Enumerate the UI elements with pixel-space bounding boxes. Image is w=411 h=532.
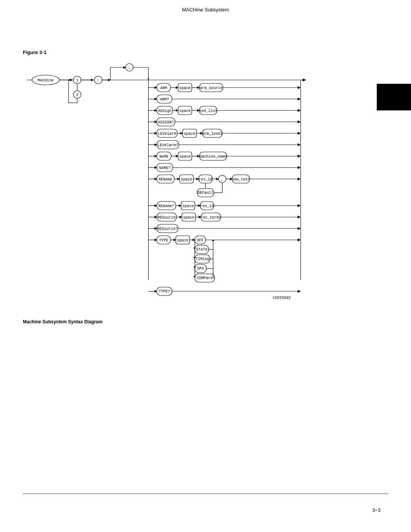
figure-label: Figure 3-1 [23, 50, 46, 55]
svg-marker-58 [298, 120, 301, 123]
page-title: MACHine Subsystem [0, 0, 411, 16]
svg-text:STATe: STATe [196, 248, 207, 252]
svg-text:machine_name: machine_name [199, 155, 227, 159]
svg-text:space: space [177, 238, 188, 243]
svg-text:space: space [179, 109, 191, 113]
svg-marker-1 [303, 78, 306, 81]
svg-text:LEVelarm: LEVelarm [158, 132, 176, 136]
svg-marker-139 [298, 227, 301, 230]
svg-marker-181 [298, 290, 301, 293]
svg-text:TIMing: TIMing [196, 257, 209, 261]
footer-line [23, 494, 388, 494]
black-tab [377, 84, 411, 110]
svg-text:ARM: ARM [160, 86, 167, 90]
syntax-diagram: .node-rect { fill: #fff; stroke: #000; s… [23, 59, 312, 314]
svg-marker-42 [298, 97, 301, 101]
svg-text::: : [97, 78, 99, 83]
svg-text:res_id: res_id [199, 177, 212, 182]
svg-text:NAME: NAME [159, 155, 169, 159]
svg-text:ASSIGN?: ASSIGN? [158, 120, 174, 125]
svg-marker-151 [298, 238, 301, 241]
svg-text:arm_level: arm_level [202, 132, 223, 136]
svg-text:new_text: new_text [232, 177, 250, 182]
svg-text:DEFault: DEFault [198, 191, 213, 195]
page-number: 3–3 [372, 507, 381, 513]
svg-text:MACHine: MACHine [38, 78, 54, 83]
svg-text:ARM?: ARM? [160, 97, 169, 102]
svg-marker-53 [298, 109, 301, 112]
svg-text:LEVelarm?: LEVelarm? [158, 143, 178, 147]
svg-text:RENAme: RENAme [159, 177, 172, 182]
svg-marker-134 [298, 216, 301, 219]
svg-text:space: space [182, 204, 194, 208]
svg-text:OFF: OFF [197, 238, 204, 243]
svg-text:arm_source: arm_source [200, 86, 223, 90]
svg-marker-24 [148, 78, 149, 80]
svg-text:res_id: res_id [200, 204, 214, 208]
svg-marker-90 [298, 166, 301, 169]
svg-text:NAME?: NAME? [159, 166, 170, 170]
svg-text:space: space [181, 177, 192, 182]
svg-marker-123 [298, 204, 301, 207]
svg-marker-107 [298, 177, 301, 181]
svg-text:RESource?: RESource? [157, 227, 178, 231]
svg-marker-74 [298, 143, 301, 146]
svg-text:;: ; [128, 66, 131, 70]
svg-text:ASSign: ASSign [158, 109, 172, 113]
diagram-caption: Machine Subsystem Syntax Diagram [23, 319, 102, 324]
svg-marker-85 [298, 155, 301, 158]
svg-text:space: space [179, 155, 191, 159]
svg-text:res_terms: res_terms [201, 216, 221, 220]
svg-text:RENAme?: RENAme? [158, 204, 174, 208]
svg-text:TYPE: TYPE [159, 238, 168, 243]
svg-marker-69 [298, 132, 301, 135]
svg-text:t6555S02: t6555S02 [272, 296, 291, 300]
svg-text:space: space [184, 132, 195, 136]
svg-text:pod_list: pod_list [199, 109, 217, 113]
svg-text:TYPE?: TYPE? [159, 289, 170, 294]
svg-marker-37 [298, 86, 301, 89]
svg-text:2: 2 [76, 93, 78, 97]
svg-text:1: 1 [76, 78, 78, 83]
svg-text:,: , [221, 177, 223, 182]
svg-text:RESource: RESource [158, 216, 176, 220]
svg-text:SPA: SPA [197, 267, 204, 271]
svg-text:space: space [179, 86, 191, 90]
svg-text:space: space [183, 216, 194, 220]
svg-text:COMPare: COMPare [197, 276, 213, 280]
